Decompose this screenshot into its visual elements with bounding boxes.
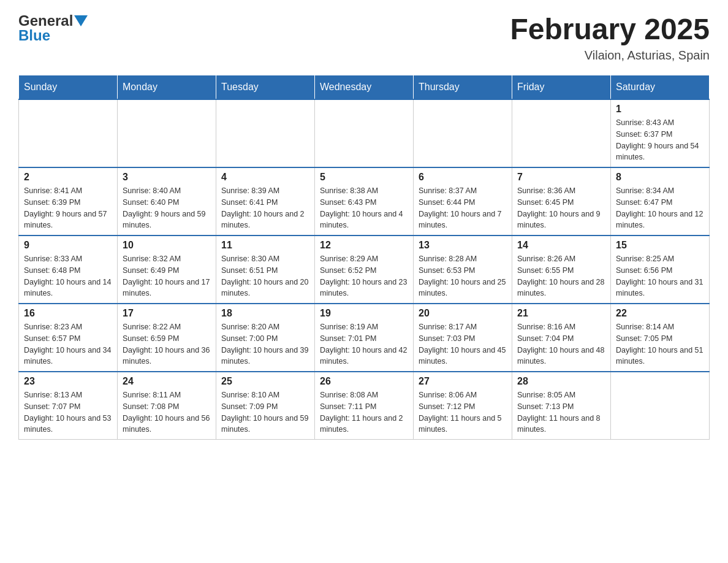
day-info: Sunrise: 8:34 AM Sunset: 6:47 PM Dayligh… bbox=[616, 185, 704, 231]
calendar-day-cell: 10Sunrise: 8:32 AM Sunset: 6:49 PM Dayli… bbox=[118, 236, 216, 304]
page-header: General Blue February 2025 Vilaion, Astu… bbox=[18, 12, 710, 63]
day-number: 4 bbox=[221, 172, 309, 183]
calendar-week-row: 23Sunrise: 8:13 AM Sunset: 7:07 PM Dayli… bbox=[19, 372, 710, 440]
calendar-day-cell: 2Sunrise: 8:41 AM Sunset: 6:39 PM Daylig… bbox=[19, 167, 118, 236]
day-info: Sunrise: 8:40 AM Sunset: 6:40 PM Dayligh… bbox=[123, 185, 211, 231]
day-info: Sunrise: 8:30 AM Sunset: 6:51 PM Dayligh… bbox=[221, 253, 309, 299]
calendar-day-cell: 24Sunrise: 8:11 AM Sunset: 7:08 PM Dayli… bbox=[118, 372, 216, 440]
day-info: Sunrise: 8:10 AM Sunset: 7:09 PM Dayligh… bbox=[221, 389, 309, 435]
day-number: 23 bbox=[24, 376, 112, 387]
day-number: 1 bbox=[616, 104, 704, 115]
month-title: February 2025 bbox=[510, 12, 710, 46]
calendar-week-row: 16Sunrise: 8:23 AM Sunset: 6:57 PM Dayli… bbox=[19, 304, 710, 372]
day-number: 20 bbox=[419, 308, 507, 319]
calendar-header-wednesday: Wednesday bbox=[315, 75, 414, 100]
day-number: 3 bbox=[123, 172, 211, 183]
calendar-day-cell: 26Sunrise: 8:08 AM Sunset: 7:11 PM Dayli… bbox=[315, 372, 414, 440]
calendar-day-cell: 3Sunrise: 8:40 AM Sunset: 6:40 PM Daylig… bbox=[118, 167, 216, 236]
calendar-day-cell: 6Sunrise: 8:37 AM Sunset: 6:44 PM Daylig… bbox=[414, 167, 512, 236]
day-info: Sunrise: 8:36 AM Sunset: 6:45 PM Dayligh… bbox=[517, 185, 605, 231]
day-info: Sunrise: 8:38 AM Sunset: 6:43 PM Dayligh… bbox=[320, 185, 408, 231]
calendar-day-cell: 23Sunrise: 8:13 AM Sunset: 7:07 PM Dayli… bbox=[19, 372, 118, 440]
calendar-day-cell bbox=[118, 99, 216, 167]
day-info: Sunrise: 8:26 AM Sunset: 6:55 PM Dayligh… bbox=[517, 253, 605, 299]
day-info: Sunrise: 8:17 AM Sunset: 7:03 PM Dayligh… bbox=[419, 321, 507, 367]
calendar-header-row: SundayMondayTuesdayWednesdayThursdayFrid… bbox=[19, 75, 710, 100]
day-number: 19 bbox=[320, 308, 408, 319]
calendar-day-cell: 27Sunrise: 8:06 AM Sunset: 7:12 PM Dayli… bbox=[414, 372, 512, 440]
day-info: Sunrise: 8:32 AM Sunset: 6:49 PM Dayligh… bbox=[123, 253, 211, 299]
calendar-day-cell: 19Sunrise: 8:19 AM Sunset: 7:01 PM Dayli… bbox=[315, 304, 414, 372]
day-info: Sunrise: 8:05 AM Sunset: 7:13 PM Dayligh… bbox=[517, 389, 605, 435]
day-number: 14 bbox=[517, 240, 605, 251]
day-info: Sunrise: 8:39 AM Sunset: 6:41 PM Dayligh… bbox=[221, 185, 309, 231]
calendar-header-saturday: Saturday bbox=[611, 75, 710, 100]
calendar-day-cell: 16Sunrise: 8:23 AM Sunset: 6:57 PM Dayli… bbox=[19, 304, 118, 372]
calendar-day-cell bbox=[414, 99, 512, 167]
calendar-day-cell: 1Sunrise: 8:43 AM Sunset: 6:37 PM Daylig… bbox=[611, 99, 710, 167]
day-number: 26 bbox=[320, 376, 408, 387]
calendar-week-row: 1Sunrise: 8:43 AM Sunset: 6:37 PM Daylig… bbox=[19, 99, 710, 167]
calendar-day-cell: 9Sunrise: 8:33 AM Sunset: 6:48 PM Daylig… bbox=[19, 236, 118, 304]
calendar-day-cell bbox=[512, 99, 611, 167]
title-section: February 2025 Vilaion, Asturias, Spain bbox=[510, 12, 710, 63]
day-info: Sunrise: 8:06 AM Sunset: 7:12 PM Dayligh… bbox=[419, 389, 507, 435]
calendar-day-cell: 7Sunrise: 8:36 AM Sunset: 6:45 PM Daylig… bbox=[512, 167, 611, 236]
calendar-day-cell: 20Sunrise: 8:17 AM Sunset: 7:03 PM Dayli… bbox=[414, 304, 512, 372]
day-info: Sunrise: 8:25 AM Sunset: 6:56 PM Dayligh… bbox=[616, 253, 704, 299]
calendar-header-thursday: Thursday bbox=[414, 75, 512, 100]
day-info: Sunrise: 8:29 AM Sunset: 6:52 PM Dayligh… bbox=[320, 253, 408, 299]
calendar-header-friday: Friday bbox=[512, 75, 611, 100]
day-info: Sunrise: 8:23 AM Sunset: 6:57 PM Dayligh… bbox=[24, 321, 112, 367]
calendar-day-cell: 15Sunrise: 8:25 AM Sunset: 6:56 PM Dayli… bbox=[611, 236, 710, 304]
day-info: Sunrise: 8:20 AM Sunset: 7:00 PM Dayligh… bbox=[221, 321, 309, 367]
day-number: 13 bbox=[419, 240, 507, 251]
calendar-day-cell: 8Sunrise: 8:34 AM Sunset: 6:47 PM Daylig… bbox=[611, 167, 710, 236]
day-number: 21 bbox=[517, 308, 605, 319]
day-number: 12 bbox=[320, 240, 408, 251]
calendar-day-cell: 4Sunrise: 8:39 AM Sunset: 6:41 PM Daylig… bbox=[216, 167, 315, 236]
calendar-day-cell bbox=[611, 372, 710, 440]
day-number: 6 bbox=[419, 172, 507, 183]
calendar-day-cell: 14Sunrise: 8:26 AM Sunset: 6:55 PM Dayli… bbox=[512, 236, 611, 304]
calendar-header-monday: Monday bbox=[118, 75, 216, 100]
day-number: 9 bbox=[24, 240, 112, 251]
day-number: 28 bbox=[517, 376, 605, 387]
day-number: 18 bbox=[221, 308, 309, 319]
calendar-day-cell bbox=[216, 99, 315, 167]
day-number: 22 bbox=[616, 308, 704, 319]
day-number: 27 bbox=[419, 376, 507, 387]
day-number: 25 bbox=[221, 376, 309, 387]
calendar-day-cell: 22Sunrise: 8:14 AM Sunset: 7:05 PM Dayli… bbox=[611, 304, 710, 372]
day-info: Sunrise: 8:13 AM Sunset: 7:07 PM Dayligh… bbox=[24, 389, 112, 435]
day-number: 11 bbox=[221, 240, 309, 251]
calendar-day-cell: 28Sunrise: 8:05 AM Sunset: 7:13 PM Dayli… bbox=[512, 372, 611, 440]
calendar-day-cell: 11Sunrise: 8:30 AM Sunset: 6:51 PM Dayli… bbox=[216, 236, 315, 304]
day-number: 16 bbox=[24, 308, 112, 319]
day-info: Sunrise: 8:08 AM Sunset: 7:11 PM Dayligh… bbox=[320, 389, 408, 435]
day-info: Sunrise: 8:14 AM Sunset: 7:05 PM Dayligh… bbox=[616, 321, 704, 367]
logo-arrow-icon bbox=[74, 15, 88, 26]
logo-blue-text: Blue bbox=[18, 27, 50, 44]
day-number: 2 bbox=[24, 172, 112, 183]
day-info: Sunrise: 8:19 AM Sunset: 7:01 PM Dayligh… bbox=[320, 321, 408, 367]
calendar-day-cell: 17Sunrise: 8:22 AM Sunset: 6:59 PM Dayli… bbox=[118, 304, 216, 372]
calendar-day-cell: 12Sunrise: 8:29 AM Sunset: 6:52 PM Dayli… bbox=[315, 236, 414, 304]
calendar-day-cell: 18Sunrise: 8:20 AM Sunset: 7:00 PM Dayli… bbox=[216, 304, 315, 372]
logo: General Blue bbox=[18, 12, 88, 44]
day-number: 24 bbox=[123, 376, 211, 387]
calendar-day-cell: 5Sunrise: 8:38 AM Sunset: 6:43 PM Daylig… bbox=[315, 167, 414, 236]
location-text: Vilaion, Asturias, Spain bbox=[510, 48, 710, 63]
day-info: Sunrise: 8:11 AM Sunset: 7:08 PM Dayligh… bbox=[123, 389, 211, 435]
day-info: Sunrise: 8:22 AM Sunset: 6:59 PM Dayligh… bbox=[123, 321, 211, 367]
day-number: 5 bbox=[320, 172, 408, 183]
calendar-header-sunday: Sunday bbox=[19, 75, 118, 100]
calendar-day-cell: 13Sunrise: 8:28 AM Sunset: 6:53 PM Dayli… bbox=[414, 236, 512, 304]
day-number: 15 bbox=[616, 240, 704, 251]
day-number: 7 bbox=[517, 172, 605, 183]
calendar-week-row: 2Sunrise: 8:41 AM Sunset: 6:39 PM Daylig… bbox=[19, 167, 710, 236]
calendar-table: SundayMondayTuesdayWednesdayThursdayFrid… bbox=[18, 75, 710, 440]
calendar-day-cell bbox=[19, 99, 118, 167]
day-info: Sunrise: 8:33 AM Sunset: 6:48 PM Dayligh… bbox=[24, 253, 112, 299]
day-number: 8 bbox=[616, 172, 704, 183]
